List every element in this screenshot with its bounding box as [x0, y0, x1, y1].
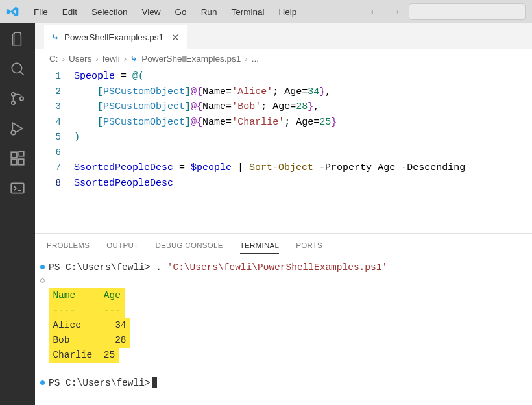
svg-rect-7	[18, 159, 24, 165]
titlebar: File Edit Selection View Go Run Terminal…	[0, 0, 532, 23]
panel-tab-problems[interactable]: PROBLEMS	[47, 238, 90, 253]
source-control-icon[interactable]	[8, 90, 27, 108]
status-dot-icon	[40, 265, 45, 269]
panel-tab-debug-console[interactable]: DEBUG CONSOLE	[155, 238, 223, 253]
breadcrumb[interactable]: C: › Users › fewli › ⤷ PowerShellExample…	[35, 49, 532, 68]
explorer-icon[interactable]	[8, 30, 27, 48]
svg-rect-9	[11, 183, 24, 193]
menu-edit[interactable]: Edit	[56, 5, 84, 19]
search-icon[interactable]	[8, 60, 27, 78]
svg-rect-6	[11, 159, 17, 165]
terminal-cursor	[152, 377, 157, 388]
svg-rect-5	[11, 152, 17, 158]
svg-point-0	[12, 63, 21, 73]
vscode-logo-icon	[4, 3, 22, 21]
nav-forward-icon[interactable]: →	[389, 5, 401, 19]
close-tab-icon[interactable]: ✕	[171, 32, 180, 43]
tab-filename: PowerShellExamples.ps1	[64, 32, 163, 42]
nav-back-icon[interactable]: ←	[369, 5, 380, 19]
powershell-file-icon: ⤷	[130, 54, 138, 64]
status-dot-icon	[40, 380, 45, 385]
terminal[interactable]: PS C:\Users\fewli> . 'C:\Users\fewli\Pow…	[35, 257, 532, 405]
panel: PROBLEMS OUTPUT DEBUG CONSOLE TERMINAL P…	[35, 233, 532, 405]
breadcrumb-file[interactable]: PowerShellExamples.ps1	[141, 54, 241, 64]
command-center-input[interactable]	[409, 3, 526, 20]
menu-selection[interactable]: Selection	[85, 5, 134, 19]
breadcrumb-folder[interactable]: fewli	[103, 54, 120, 64]
breadcrumb-drive[interactable]: C:	[49, 54, 58, 64]
menu-terminal[interactable]: Terminal	[224, 5, 271, 19]
chevron-right-icon: ›	[62, 54, 66, 64]
menu-run[interactable]: Run	[195, 5, 224, 19]
breadcrumb-more[interactable]: ...	[252, 54, 259, 64]
menu-help[interactable]: Help	[272, 5, 303, 19]
extensions-icon[interactable]	[8, 149, 27, 167]
menu-view[interactable]: View	[136, 5, 167, 19]
svg-rect-8	[19, 151, 24, 156]
chevron-right-icon: ›	[245, 54, 248, 64]
panel-tab-terminal[interactable]: TERMINAL	[240, 238, 280, 254]
breadcrumb-folder[interactable]: Users	[69, 54, 91, 64]
powershell-file-icon: ⤷	[52, 32, 59, 42]
powershell-ext-icon[interactable]	[8, 179, 27, 197]
panel-tab-ports[interactable]: PORTS	[296, 238, 322, 253]
activity-bar	[0, 23, 35, 405]
panel-tabs: PROBLEMS OUTPUT DEBUG CONSOLE TERMINAL P…	[35, 234, 532, 257]
panel-tab-output[interactable]: OUTPUT	[106, 238, 138, 253]
svg-point-1	[12, 93, 15, 96]
chevron-right-icon: ›	[95, 54, 99, 64]
menu-go[interactable]: Go	[169, 5, 193, 19]
status-circle-icon	[40, 278, 45, 283]
svg-point-3	[20, 97, 23, 100]
menu-file[interactable]: File	[27, 5, 54, 19]
code-editor[interactable]: 1$people = @( 2 [PSCustomObject]@{Name='…	[35, 68, 532, 233]
editor-tab[interactable]: ⤷ PowerShellExamples.ps1 ✕	[44, 25, 187, 49]
svg-point-4	[11, 130, 16, 135]
run-debug-icon[interactable]	[8, 119, 27, 138]
terminal-output-highlight: Name Age	[49, 288, 124, 303]
chevron-right-icon: ›	[124, 54, 127, 64]
svg-point-2	[12, 101, 15, 104]
editor-tab-bar: ⤷ PowerShellExamples.ps1 ✕	[35, 23, 532, 49]
